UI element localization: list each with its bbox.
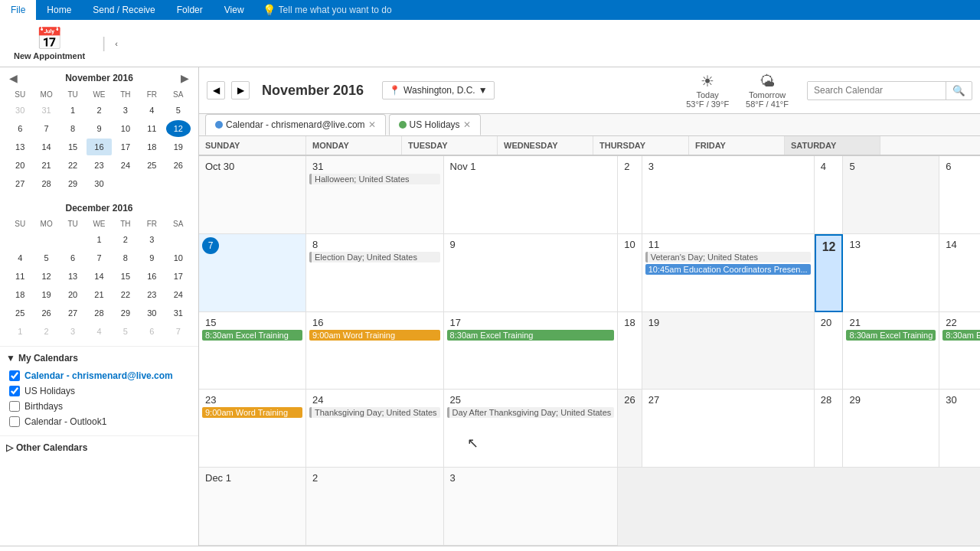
table-row[interactable]: 28 [815,390,844,468]
cal-next-button[interactable]: ▶ [231,81,250,99]
mini-cal-day[interactable]: 16 [139,268,164,285]
mini-cal-day[interactable]: 17 [166,268,191,285]
mini-cal-day[interactable]: 24 [113,157,138,174]
mini-cal-day[interactable]: 11 [8,268,32,285]
mini-cal-day[interactable]: 8 [113,249,138,266]
mini-cal-day[interactable]: 2 [113,231,138,248]
mini-cal-prev[interactable]: ◀ [6,72,21,84]
calendar-search-input[interactable] [808,82,946,99]
mini-cal-day[interactable]: 1 [87,231,111,248]
mini-cal-day[interactable]: 5 [113,323,138,340]
mini-cal-day[interactable]: 30 [87,175,111,192]
mini-cal-day[interactable]: 25 [139,157,164,174]
mini-cal-day[interactable]: 10 [166,249,191,266]
table-row[interactable]: 15 8:30am Excel Training [199,312,306,390]
table-row[interactable]: 2 [618,156,642,234]
mini-cal-day[interactable]: 28 [34,175,58,192]
mini-cal-day[interactable]: 30 [8,102,32,119]
mini-cal-day[interactable]: 2 [34,323,58,340]
mini-cal-day[interactable]: 21 [34,157,58,174]
tab-home[interactable]: Home [36,0,82,20]
location-selector[interactable]: 📍 Washington, D.C. ▼ [382,81,494,99]
mini-cal-day[interactable]: 7 [87,249,111,266]
table-row[interactable]: 13 [843,234,939,312]
table-row[interactable]: 2 [306,468,444,546]
location-button[interactable]: 📍 Washington, D.C. ▼ [382,81,494,99]
event[interactable]: 8:30am Excel Training [202,330,302,341]
mini-cal-day[interactable]: 6 [60,249,85,266]
mini-cal-day[interactable]: 12 [34,268,58,285]
event[interactable]: Veteran's Day; United States [645,252,811,262]
table-row[interactable]: 17 8:30am Excel Training [444,312,619,390]
mini-cal-day[interactable]: 28 [87,305,111,321]
table-row[interactable]: Nov 1 [444,156,619,234]
mini-cal-day[interactable]: 8 [60,120,85,137]
mini-cal-day[interactable]: 11 [139,120,164,137]
mini-cal-day[interactable]: 9 [139,249,164,266]
mini-cal-day[interactable]: 17 [113,139,138,155]
my-calendars-header[interactable]: ▼ My Calendars [6,353,192,364]
other-calendars-header[interactable]: ▷ Other Calendars [6,442,192,453]
mini-cal-day[interactable]: 13 [8,139,32,155]
table-row[interactable]: 25 Day After Thanksgiving Day; United St… [444,390,619,468]
calendar-item-main[interactable]: Calendar - chrismenard@live.com [6,368,192,383]
mini-cal-day[interactable]: 31 [166,305,191,321]
tab-view[interactable]: View [214,0,255,20]
tab-main-calendar[interactable]: Calendar - chrismenard@live.com ✕ [205,114,386,135]
mini-cal-day[interactable]: 26 [166,157,191,174]
event[interactable]: 8:30am Excel Training [447,330,615,341]
mini-cal-day[interactable]: 6 [8,120,32,137]
table-row[interactable]: 7 [199,234,306,312]
calendar-search-button[interactable]: 🔍 [946,82,972,99]
mini-cal-day[interactable]: 19 [34,286,58,303]
mini-cal-day[interactable]: 3 [139,231,164,248]
table-row[interactable]: 22 8:30am Excel Training [939,312,980,390]
table-row[interactable]: 23 9:00am Word Training [199,390,306,468]
table-row[interactable]: 5 [843,156,939,234]
calendar-main-checkbox[interactable] [9,370,20,381]
mini-cal-day[interactable]: 14 [87,268,111,285]
mini-cal-day[interactable]: 25 [8,305,32,321]
table-row[interactable]: 3 [444,468,619,546]
tab-folder[interactable]: Folder [166,0,214,20]
table-row[interactable]: 20 [815,312,844,390]
mini-cal-day[interactable]: 9 [87,120,111,137]
mini-cal-day[interactable]: 21 [87,286,111,303]
table-row[interactable]: 26 [618,390,642,468]
table-row[interactable]: 4 [815,156,844,234]
table-row[interactable]: 19 [642,312,815,390]
mini-cal-day[interactable]: 29 [60,175,85,192]
mini-cal-day[interactable]: 31 [34,102,58,119]
mini-cal-day-today[interactable]: 12 [166,120,191,137]
tab-send-receive[interactable]: Send / Receive [82,0,165,20]
mini-cal-day[interactable]: 29 [113,305,138,321]
table-row[interactable]: 10 [618,234,642,312]
table-row[interactable]: 3 [642,156,815,234]
mini-cal-day[interactable]: 20 [8,157,32,174]
mini-cal-day[interactable]: 15 [113,268,138,285]
mini-cal-day[interactable]: 14 [34,139,58,155]
calendar-item-outlook1[interactable]: Calendar - Outlook1 [6,414,192,429]
table-row[interactable]: Oct 30 [199,156,306,234]
mini-cal-day[interactable]: 16 [87,139,111,155]
table-row[interactable]: 30 [939,390,980,468]
mini-cal-day[interactable]: 7 [166,323,191,340]
mini-cal-day[interactable]: 30 [139,305,164,321]
mini-cal-day[interactable]: 18 [139,139,164,155]
mini-cal-day[interactable]: 3 [60,323,85,340]
new-appointment-button[interactable]: 📅 New Appointment [6,23,93,64]
mini-cal-day[interactable]: 18 [8,286,32,303]
calendar-item-birthdays[interactable]: Birthdays [6,399,192,414]
event[interactable]: Thanksgiving Day; United States [309,407,440,418]
mini-cal-day[interactable]: 27 [8,175,32,192]
mini-cal-day[interactable]: 4 [8,249,32,266]
table-row[interactable]: 14 [939,234,980,312]
table-row[interactable]: Dec 1 [199,468,306,546]
calendar-birthdays-checkbox[interactable] [9,401,20,412]
mini-cal-day[interactable]: 6 [139,323,164,340]
calendar-outlook1-checkbox[interactable] [9,416,20,427]
mini-cal-day[interactable]: 4 [87,323,111,340]
mini-cal-day[interactable]: 20 [60,286,85,303]
collapse-icon[interactable]: ‹ [115,39,118,48]
mini-cal-day[interactable]: 1 [8,323,32,340]
